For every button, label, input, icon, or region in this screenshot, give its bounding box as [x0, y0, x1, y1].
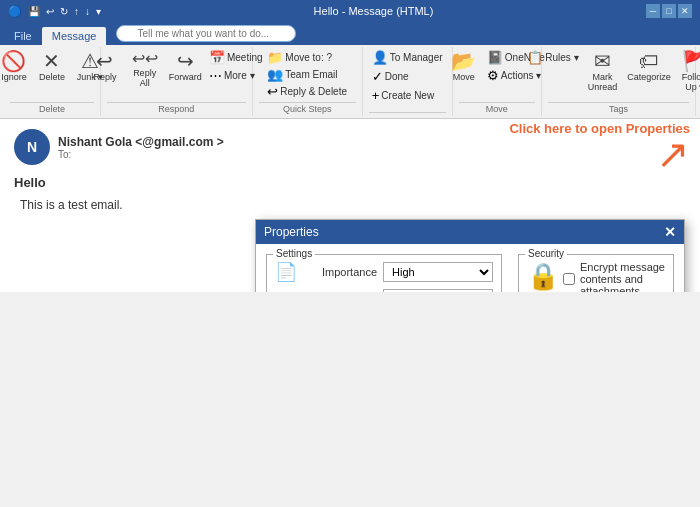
tags-group-label: Tags — [548, 102, 689, 114]
maximize-button[interactable]: □ — [662, 4, 676, 18]
importance-row: 📄 Importance High Normal Low — [275, 261, 493, 283]
to-manager-button[interactable]: 👤 To Manager — [369, 49, 446, 66]
properties-dialog: Properties ✕ Settings 📄 Importance High … — [255, 219, 685, 292]
tags-col1: 📋 Rules ▾ — [524, 49, 581, 66]
rules-icon: 📋 — [527, 50, 543, 65]
redo-icon[interactable]: ↻ — [60, 6, 68, 17]
done-icon: ✓ — [372, 69, 383, 84]
quicksteps-content: 📁 Move to: ? 👥 Team Email ↩ Reply & Dele… — [264, 49, 350, 100]
ignore-button[interactable]: 🚫 Ignore — [0, 49, 32, 84]
reply-delete-icon: ↩ — [267, 84, 278, 99]
forward-button[interactable]: ↪ Forward — [166, 49, 204, 84]
move-button[interactable]: 📂 Move — [446, 49, 482, 84]
ignore-icon: 🚫 — [1, 51, 26, 71]
ribbon-tabs: File Message — [0, 22, 700, 45]
settings-security-section: Settings 📄 Importance High Normal Low 📄 … — [266, 254, 674, 292]
more-qa-icon[interactable]: ▾ — [96, 6, 101, 17]
onenote-icon: 📓 — [487, 50, 503, 65]
actions-icon: ⚙ — [487, 68, 499, 83]
reply-delete-button[interactable]: ↩ Reply & Delete — [264, 83, 350, 100]
done-button[interactable]: ✓ Done — [369, 68, 412, 85]
to-manager-icon: 👤 — [372, 50, 388, 65]
lock-icon: 🔒 — [527, 261, 559, 292]
movetoz-icon: 📁 — [267, 50, 283, 65]
mark-unread-icon: ✉ — [594, 51, 611, 71]
main-content: N Nishant Gola <@gmail.com > To: Hello T… — [0, 119, 700, 292]
ribbon: 🚫 Ignore ✕ Delete ⚠ Junk ▾ Delete ↩ Repl… — [0, 45, 700, 119]
email-body: This is a test email. — [14, 198, 686, 212]
importance-label: Importance — [307, 266, 377, 278]
categorize-icon: 🏷 — [639, 51, 659, 71]
security-label: Security — [525, 248, 567, 259]
dialog-title-text: Properties — [264, 225, 319, 239]
team-email-button[interactable]: 👥 Team Email — [264, 66, 340, 83]
settings-label: Settings — [273, 248, 315, 259]
dialog-title-bar: Properties ✕ — [256, 220, 684, 244]
minimize-button[interactable]: ─ — [646, 4, 660, 18]
create-new-icon: + — [372, 88, 380, 103]
close-window-button[interactable]: ✕ — [678, 4, 692, 18]
save-icon[interactable]: 💾 — [28, 6, 40, 17]
settings-box: Settings 📄 Importance High Normal Low 📄 … — [266, 254, 502, 292]
reply-icon: ↩ — [96, 51, 113, 71]
quicksteps2-content: 👤 To Manager ✓ Done + Create New — [369, 49, 446, 110]
title-bar-left: 🔵 💾 ↩ ↻ ↑ ↓ ▾ — [8, 5, 101, 18]
reply-button[interactable]: ↩ Reply — [87, 49, 123, 84]
delete-group-label: Delete — [10, 102, 94, 114]
window-title: Hello - Message (HTML) — [314, 5, 434, 17]
team-icon: 👥 — [267, 67, 283, 82]
security-checkboxes: Encrypt message contents and attachments… — [563, 261, 665, 292]
ribbon-group-quicksteps2: 👤 To Manager ✓ Done + Create New — [363, 47, 453, 116]
movetoz-button[interactable]: 📁 Move to: ? — [264, 49, 335, 66]
follow-up-button[interactable]: 🚩 Follow Up ▾ — [677, 49, 700, 94]
forward-icon: ↪ — [177, 51, 194, 71]
rules-button[interactable]: 📋 Rules ▾ — [524, 49, 581, 66]
tab-file[interactable]: File — [4, 27, 42, 45]
encrypt-label: Encrypt message contents and attachments — [580, 261, 665, 292]
follow-up-icon: 🚩 — [682, 51, 700, 71]
dialog-body: Settings 📄 Importance High Normal Low 📄 … — [256, 244, 684, 292]
quicksteps-group-label: Quick Steps — [259, 102, 356, 114]
quicksteps2-label — [369, 112, 446, 114]
reply-all-icon: ↩↩ — [132, 51, 158, 67]
meeting-icon: 📅 — [209, 50, 225, 65]
mark-unread-button[interactable]: ✉ Mark Unread — [584, 49, 622, 94]
window-controls: ─ □ ✕ — [646, 4, 692, 18]
sensitivity-select[interactable]: Normal Personal Private Confidential — [383, 289, 493, 292]
tab-message[interactable]: Message — [42, 27, 107, 45]
respond-group-label: Respond — [107, 102, 246, 114]
title-bar: 🔵 💾 ↩ ↻ ↑ ↓ ▾ Hello - Message (HTML) ─ □… — [0, 0, 700, 22]
ribbon-group-quicksteps: 📁 Move to: ? 👥 Team Email ↩ Reply & Dele… — [253, 47, 363, 116]
tell-me-input[interactable] — [116, 25, 296, 42]
annotation: Click here to open Properties ↗ — [509, 121, 690, 168]
sensitivity-row: 📄 Sensitivity Normal Personal Private Co… — [275, 288, 493, 292]
undo-icon[interactable]: ↩ — [46, 6, 54, 17]
annotation-arrow: ↗ — [656, 140, 690, 168]
encrypt-row: Encrypt message contents and attachments — [563, 261, 665, 292]
ribbon-group-tags: 📋 Rules ▾ ✉ Mark Unread 🏷 Categorize 🚩 F… — [542, 47, 696, 116]
create-new-button[interactable]: + Create New — [369, 87, 437, 104]
move-group-label: Move — [459, 102, 535, 114]
dialog-close-button[interactable]: ✕ — [664, 224, 676, 240]
move-icon: 📂 — [451, 51, 476, 71]
tags-group-content: 📋 Rules ▾ ✉ Mark Unread 🏷 Categorize 🚩 F… — [524, 49, 700, 100]
more-icon: ⋯ — [209, 68, 222, 83]
avatar: N — [14, 129, 50, 165]
encrypt-checkbox[interactable] — [563, 273, 575, 285]
email-subject: Hello — [14, 175, 686, 190]
ribbon-group-respond: ↩ Reply ↩↩ Reply All ↪ Forward 📅 Meeting… — [101, 47, 253, 116]
delete-icon: ✕ — [43, 51, 60, 71]
up-icon[interactable]: ↑ — [74, 6, 79, 17]
down-icon[interactable]: ↓ — [85, 6, 90, 17]
delete-button[interactable]: ✕ Delete — [34, 49, 70, 84]
categorize-button[interactable]: 🏷 Categorize — [623, 49, 675, 84]
app-icon: 🔵 — [8, 5, 22, 18]
security-box: Security 🔒 Encrypt message contents and … — [518, 254, 674, 292]
reply-all-button[interactable]: ↩↩ Reply All — [125, 49, 164, 90]
tab-tell-me — [106, 22, 306, 45]
settings-icon: 📄 — [275, 261, 297, 283]
importance-select[interactable]: High Normal Low — [383, 262, 493, 282]
respond-group-content: ↩ Reply ↩↩ Reply All ↪ Forward 📅 Meeting… — [87, 49, 266, 100]
security-content: 🔒 Encrypt message contents and attachmen… — [527, 261, 665, 292]
